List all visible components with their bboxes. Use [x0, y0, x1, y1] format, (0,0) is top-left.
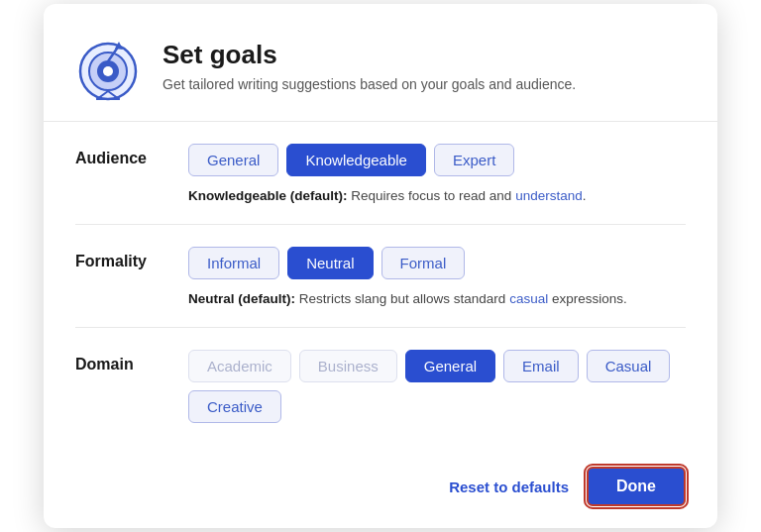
page-title: Set goals	[163, 40, 576, 70]
formality-desc-highlight: casual	[509, 291, 548, 306]
formality-btn-group: Informal Neutral Formal	[188, 247, 686, 279]
domain-btn-group: Academic Business General Email Casual C…	[188, 350, 686, 423]
domain-creative-button[interactable]: Creative	[188, 390, 281, 423]
header-text: Set goals Get tailored writing suggestio…	[163, 40, 576, 92]
reset-defaults-button[interactable]: Reset to defaults	[449, 479, 569, 495]
domain-email-button[interactable]: Email	[503, 350, 579, 382]
formality-neutral-button[interactable]: Neutral	[287, 247, 373, 279]
formality-informal-button[interactable]: Informal	[188, 247, 279, 279]
audience-btn-group: General Knowledgeable Expert	[188, 144, 686, 176]
domain-label: Domain	[75, 350, 164, 373]
audience-label: Audience	[75, 144, 164, 167]
audience-desc-bold: Knowledgeable (default):	[188, 188, 348, 203]
formality-content: Informal Neutral Formal Neutral (default…	[188, 247, 686, 309]
modal-header: Set goals Get tailored writing suggestio…	[44, 4, 717, 122]
formality-section: Formality Informal Neutral Formal Neutra…	[75, 225, 686, 328]
modal-body: Audience General Knowledgeable Expert Kn…	[44, 122, 717, 452]
svg-point-3	[103, 66, 113, 76]
done-button[interactable]: Done	[587, 467, 686, 506]
formality-desc-rest: Restricts slang but allows standard	[299, 291, 509, 306]
audience-desc-rest: Requires focus to read and	[351, 188, 515, 203]
domain-business-button[interactable]: Business	[299, 350, 397, 382]
formality-desc-bold: Neutral (default):	[188, 291, 295, 306]
set-goals-modal: Set goals Get tailored writing suggestio…	[44, 4, 717, 529]
formality-description: Neutral (default): Restricts slang but a…	[188, 289, 686, 309]
audience-expert-button[interactable]: Expert	[434, 144, 514, 176]
domain-academic-button[interactable]: Academic	[188, 350, 291, 382]
modal-footer: Reset to defaults Done	[44, 451, 717, 528]
domain-section: Domain Academic Business General Email C…	[75, 328, 686, 451]
audience-section: Audience General Knowledgeable Expert Kn…	[75, 122, 686, 225]
formality-formal-button[interactable]: Formal	[381, 247, 466, 279]
audience-knowledgeable-button[interactable]: Knowledgeable	[286, 144, 426, 176]
formality-label: Formality	[75, 247, 164, 270]
domain-casual-button[interactable]: Casual	[587, 350, 671, 382]
audience-description: Knowledgeable (default): Requires focus …	[188, 186, 686, 206]
target-icon	[75, 32, 145, 101]
audience-desc-highlight: understand	[515, 188, 583, 203]
domain-content: Academic Business General Email Casual C…	[188, 350, 686, 433]
page-subtitle: Get tailored writing suggestions based o…	[163, 76, 576, 92]
audience-general-button[interactable]: General	[188, 144, 278, 176]
domain-general-button[interactable]: General	[405, 350, 495, 382]
audience-content: General Knowledgeable Expert Knowledgeab…	[188, 144, 686, 206]
